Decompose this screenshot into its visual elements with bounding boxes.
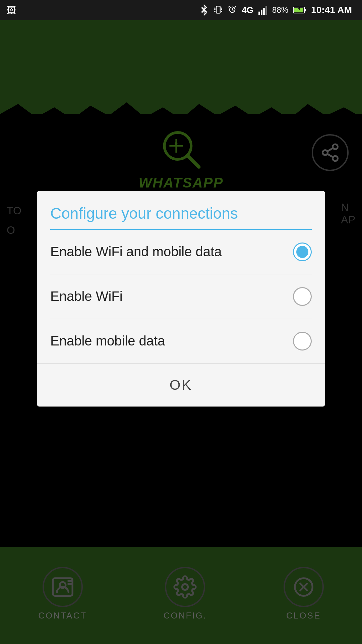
svg-rect-14 <box>305 9 306 11</box>
dialog-title: Configure your connections <box>50 204 312 230</box>
vibrate-icon <box>214 4 223 16</box>
svg-rect-11 <box>265 6 267 15</box>
bluetooth-icon <box>199 4 209 16</box>
svg-rect-13 <box>294 8 303 12</box>
dialog-title-bar: Configure your connections <box>37 191 325 230</box>
signal-bars-icon <box>258 5 267 15</box>
dialog-overlay: Configure your connections Enable WiFi a… <box>0 20 362 644</box>
radio-wifi[interactable] <box>293 287 312 306</box>
signal-icon: 4G <box>242 5 253 15</box>
configure-dialog: Configure your connections Enable WiFi a… <box>37 191 325 407</box>
app-background: WHATSAPP SPY TO O N AP <box>0 20 362 644</box>
battery-percent: 88% <box>272 5 288 15</box>
radio-wifi-mobile-fill <box>296 246 308 258</box>
dialog-options: Enable WiFi and mobile data Enable WiFi … <box>37 230 325 363</box>
status-bar: 🖼 4G <box>0 0 362 20</box>
radio-wifi-mobile[interactable] <box>293 243 312 261</box>
option-wifi[interactable]: Enable WiFi <box>50 274 312 319</box>
clock: 10:41 AM <box>311 5 352 15</box>
option-mobile-label: Enable mobile data <box>50 333 165 348</box>
option-wifi-mobile[interactable]: Enable WiFi and mobile data <box>50 230 312 274</box>
photo-widget-icon: 🖼 <box>7 5 16 16</box>
option-wifi-mobile-label: Enable WiFi and mobile data <box>50 244 222 259</box>
svg-rect-10 <box>263 8 265 15</box>
battery-icon <box>293 6 306 14</box>
svg-rect-8 <box>258 12 260 15</box>
svg-rect-0 <box>217 6 221 13</box>
radio-mobile[interactable] <box>293 332 312 351</box>
dialog-footer: OK <box>37 363 325 407</box>
option-wifi-label: Enable WiFi <box>50 289 123 304</box>
alarm-icon <box>228 4 237 16</box>
svg-rect-9 <box>261 10 262 15</box>
ok-button[interactable]: OK <box>149 374 213 396</box>
option-mobile[interactable]: Enable mobile data <box>50 319 312 363</box>
